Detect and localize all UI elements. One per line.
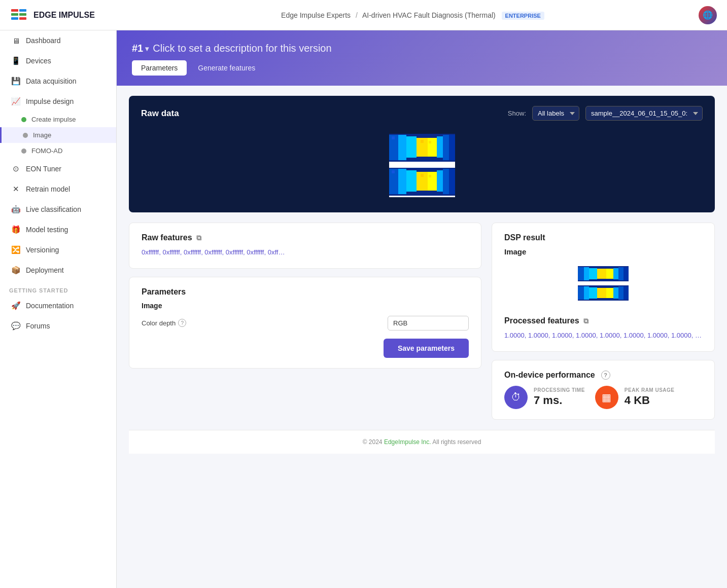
performance-help-icon[interactable]: ? [601, 371, 610, 380]
devices-icon: 📱 [11, 56, 21, 66]
footer-company-link[interactable]: EdgeImpulse Inc. [384, 438, 431, 446]
documentation-icon: 🚀 [11, 301, 21, 311]
svg-rect-5 [19, 17, 26, 20]
sidebar-label-impulse-design: Impulse design [26, 97, 74, 105]
logo[interactable]: EDGE IMPULSE [10, 6, 127, 24]
sidebar-label-documentation: Documentation [26, 302, 74, 310]
sidebar-item-data-acquisition[interactable]: 💾 Data acquisition [0, 71, 116, 91]
raw-thermal-image [389, 134, 455, 197]
svg-rect-35 [589, 268, 597, 279]
svg-rect-31 [429, 175, 431, 177]
show-row: Show: All labels sample__2024_06_01_15_0… [508, 106, 703, 121]
processed-features-values: 1.0000, 1.0000, 1.0000, 1.0000, 1.0000, … [504, 330, 702, 341]
version-chevron: ▾ [145, 45, 149, 53]
avatar[interactable]: 🌐 [699, 6, 717, 24]
left-panel: Raw features ⧉ 0xffffff, 0xffffff, 0xfff… [129, 223, 481, 420]
dsp-thermal-image [578, 266, 629, 304]
sidebar-label-model-testing: Model testing [26, 226, 68, 234]
create-impulse-dot [21, 117, 26, 122]
footer-copyright: © 2024 [363, 438, 383, 446]
logo-icon [10, 6, 28, 24]
dsp-image-label: Image [504, 247, 702, 256]
svg-rect-25 [428, 172, 437, 191]
svg-rect-2 [11, 17, 18, 20]
tab-parameters[interactable]: Parameters [132, 60, 187, 76]
processing-time-label: PROCESSING TIME [534, 387, 585, 393]
svg-rect-33 [578, 267, 584, 280]
sidebar-item-dashboard[interactable]: 🖥 Dashboard [0, 30, 116, 51]
raw-data-card: Raw data Show: All labels sample__2024_0… [129, 96, 715, 212]
thermal-image-container [141, 129, 703, 202]
raw-data-title: Raw data [141, 108, 179, 119]
svg-rect-26 [437, 170, 443, 192]
breadcrumb: Edge Impulse Experts / AI-driven HVAC Fa… [127, 11, 699, 19]
tab-generate-features[interactable]: Generate features [189, 60, 264, 76]
peak-ram-item: ▦ PEAK RAM USAGE 4 KB [595, 386, 675, 409]
live-classification-icon: 🤖 [11, 204, 21, 214]
sidebar-item-image[interactable]: Image [0, 127, 116, 143]
version-description[interactable]: Click to set a description for this vers… [153, 43, 331, 54]
image-dot [23, 133, 28, 138]
svg-rect-44 [584, 286, 589, 300]
version-badge[interactable]: #1 ▾ [132, 43, 149, 54]
sidebar: 🖥 Dashboard 📱 Devices 💾 Data acquisition… [0, 30, 117, 588]
eon-tuner-icon: ⊙ [11, 164, 21, 174]
svg-rect-28 [449, 169, 455, 194]
svg-rect-43 [578, 286, 584, 300]
sidebar-label-dashboard: Dashboard [26, 36, 61, 45]
breadcrumb-project: AI-driven HVAC Fault Diagnosis (Thermal) [362, 11, 496, 19]
sidebar-item-retrain-model[interactable]: ✕ Retrain model [0, 179, 116, 199]
parameters-card-title: Parameters [142, 287, 469, 297]
svg-rect-50 [624, 286, 629, 300]
processed-features-copy-icon[interactable]: ⧉ [583, 317, 592, 325]
fomo-ad-dot [21, 149, 26, 154]
sidebar-item-fomo-ad[interactable]: FOMO-AD [0, 143, 116, 159]
version-row: #1 ▾ Click to set a description for this… [132, 43, 712, 54]
deployment-icon: 📦 [11, 265, 21, 275]
svg-rect-4 [19, 13, 26, 16]
svg-rect-45 [589, 287, 597, 299]
svg-rect-14 [443, 135, 449, 160]
sidebar-item-create-impulse[interactable]: Create impulse [0, 112, 116, 127]
color-depth-row: Color depth ? RGB Grayscale [142, 316, 469, 330]
footer-rights: All rights reserved [432, 438, 481, 446]
svg-rect-30 [421, 174, 424, 177]
svg-rect-12 [428, 138, 437, 157]
svg-rect-1 [11, 13, 18, 16]
svg-rect-0 [11, 9, 18, 12]
version-number: #1 [132, 43, 143, 54]
bottom-panels: Raw features ⧉ 0xffffff, 0xffffff, 0xfff… [129, 223, 715, 420]
sidebar-item-documentation[interactable]: 🚀 Documentation [0, 296, 116, 316]
breadcrumb-expert[interactable]: Edge Impulse Experts [281, 11, 351, 19]
svg-rect-40 [624, 267, 629, 280]
labels-select[interactable]: All labels [532, 106, 579, 121]
sidebar-item-eon-tuner[interactable]: ⊙ EON Tuner [0, 159, 116, 179]
show-label: Show: [508, 109, 526, 117]
processing-time-info: PROCESSING TIME 7 ms. [534, 387, 585, 407]
color-depth-help-icon[interactable]: ? [178, 319, 186, 327]
impulse-design-icon: 📈 [11, 96, 21, 106]
sidebar-item-versioning[interactable]: 🔀 Versioning [0, 240, 116, 260]
svg-rect-17 [421, 140, 424, 143]
sidebar-item-live-classification[interactable]: 🤖 Live classification [0, 199, 116, 219]
sidebar-item-forums[interactable]: 💬 Forums [0, 316, 116, 336]
raw-features-title: Raw features ⧉ [142, 233, 469, 242]
raw-features-copy-icon[interactable]: ⧉ [196, 234, 204, 242]
data-acquisition-icon: 💾 [11, 76, 21, 86]
sidebar-item-model-testing[interactable]: 🎁 Model testing [0, 219, 116, 240]
sidebar-label-forums: Forums [26, 322, 50, 330]
page-body: Raw data Show: All labels sample__2024_0… [117, 86, 727, 464]
sidebar-item-impulse-design[interactable]: 📈 Impulse design [0, 91, 116, 112]
model-testing-icon: 🎁 [11, 225, 21, 235]
sidebar-item-deployment[interactable]: 📦 Deployment [0, 260, 116, 280]
sidebar-label-eon-tuner: EON Tuner [26, 165, 61, 173]
svg-rect-41 [578, 281, 629, 285]
peak-ram-info: PEAK RAM USAGE 4 KB [625, 387, 675, 407]
color-depth-select[interactable]: RGB Grayscale [388, 316, 469, 330]
svg-rect-34 [584, 267, 589, 280]
sidebar-item-devices[interactable]: 📱 Devices [0, 51, 116, 71]
save-parameters-button[interactable]: Save parameters [384, 339, 469, 358]
sample-select[interactable]: sample__2024_06_01_15_05_0: [585, 106, 703, 121]
parameters-card: Parameters Image Color depth ? RGB Grays… [129, 277, 481, 369]
tab-row: Parameters Generate features [132, 60, 712, 76]
